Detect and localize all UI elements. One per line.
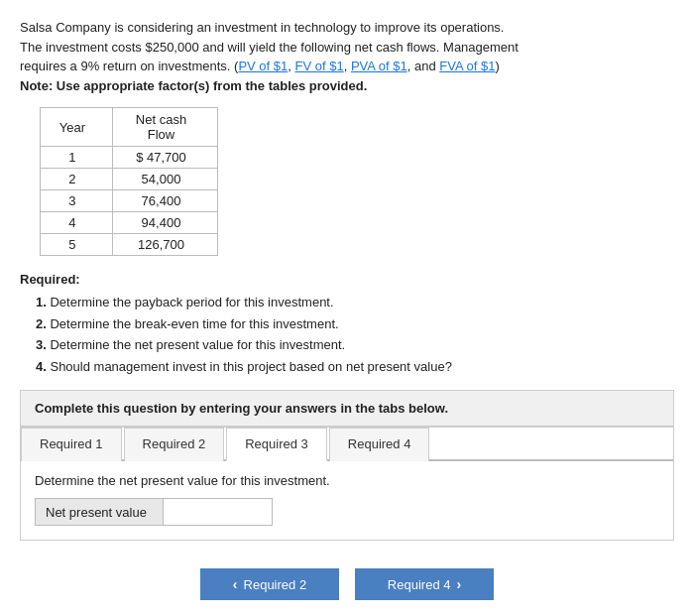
- tab-content: Determine the net present value for this…: [21, 461, 673, 540]
- required-item-num: 3.: [36, 337, 47, 352]
- year-cell: 2: [41, 169, 113, 190]
- next-button-label: Required 4: [388, 577, 451, 592]
- cash-cell: 76,400: [112, 190, 217, 212]
- table-row: 1$ 47,700: [41, 147, 218, 169]
- net-present-label: Net present value: [35, 498, 164, 526]
- bottom-nav: ‹ Required 2 Required 4 ›: [20, 568, 674, 608]
- required-item: 3. Determine the net present value for t…: [36, 335, 674, 355]
- intro-line3-start: requires a 9% return on investments. (: [20, 59, 238, 73]
- required-list: 1. Determine the payback period for this…: [20, 293, 674, 376]
- prev-button[interactable]: ‹ Required 2: [200, 568, 339, 600]
- required-title: Required:: [20, 272, 674, 287]
- tab-required-1[interactable]: Required 1: [21, 428, 122, 461]
- intro-line1: Salsa Company is considering an investme…: [20, 20, 504, 35]
- tabs-container: Required 1Required 2Required 3Required 4…: [20, 427, 674, 541]
- cash-cell: $ 47,700: [112, 147, 217, 169]
- tab-required-2[interactable]: Required 2: [124, 428, 225, 461]
- tab-content-title: Determine the net present value for this…: [35, 473, 659, 488]
- required-section: Required: 1. Determine the payback perio…: [20, 272, 674, 376]
- required-item: 1. Determine the payback period for this…: [36, 293, 674, 312]
- col-net-cash: Net cashFlow: [112, 108, 217, 147]
- next-button[interactable]: Required 4 ›: [355, 568, 494, 600]
- tab-required-3[interactable]: Required 3: [226, 428, 327, 461]
- required-item-text: Determine the payback period for this in…: [47, 295, 334, 309]
- required-item-num: 4.: [36, 359, 47, 374]
- tab-required-4[interactable]: Required 4: [329, 428, 430, 461]
- intro-paragraph: Salsa Company is considering an investme…: [20, 18, 674, 95]
- link-fva[interactable]: FVA of $1: [439, 59, 495, 73]
- cash-flow-table-wrapper: Year Net cashFlow 1$ 47,700254,000376,40…: [40, 107, 674, 256]
- year-cell: 5: [41, 234, 113, 256]
- tabs-row: Required 1Required 2Required 3Required 4: [21, 428, 673, 461]
- year-cell: 1: [41, 147, 113, 169]
- link-pv[interactable]: PV of $1: [238, 59, 288, 73]
- cash-cell: 54,000: [112, 169, 217, 190]
- required-item: 2. Determine the break-even time for thi…: [36, 314, 674, 334]
- cash-cell: 126,700: [112, 234, 217, 256]
- table-row: 254,000: [41, 169, 218, 190]
- year-cell: 4: [41, 212, 113, 234]
- intro-note: Note: Use appropriate factor(s) from the…: [20, 78, 367, 93]
- required-item-text: Determine the net present value for this…: [47, 337, 345, 352]
- cash-flow-table: Year Net cashFlow 1$ 47,700254,000376,40…: [40, 107, 218, 256]
- link-pva[interactable]: PVA of $1: [351, 59, 407, 73]
- complete-box-text: Complete this question by entering your …: [35, 401, 448, 416]
- col-year: Year: [41, 108, 113, 147]
- required-item-num: 2.: [36, 316, 47, 331]
- table-row: 5126,700: [41, 234, 218, 256]
- required-item: 4. Should management invest in this proj…: [36, 357, 674, 377]
- year-cell: 3: [41, 190, 113, 212]
- required-item-num: 1.: [36, 295, 47, 309]
- required-item-text: Should management invest in this project…: [47, 359, 452, 374]
- net-present-input[interactable]: [164, 498, 273, 526]
- table-row: 376,400: [41, 190, 218, 212]
- next-chevron-icon: ›: [456, 576, 461, 592]
- net-present-row: Net present value: [35, 498, 659, 526]
- prev-chevron-icon: ‹: [233, 576, 238, 592]
- table-row: 494,400: [41, 212, 218, 234]
- prev-button-label: Required 2: [244, 577, 307, 592]
- required-item-text: Determine the break-even time for this i…: [47, 316, 339, 331]
- link-fv[interactable]: FV of $1: [295, 59, 344, 73]
- intro-line2: The investment costs $250,000 and will y…: [20, 40, 519, 55]
- cash-cell: 94,400: [112, 212, 217, 234]
- complete-box: Complete this question by entering your …: [20, 390, 674, 427]
